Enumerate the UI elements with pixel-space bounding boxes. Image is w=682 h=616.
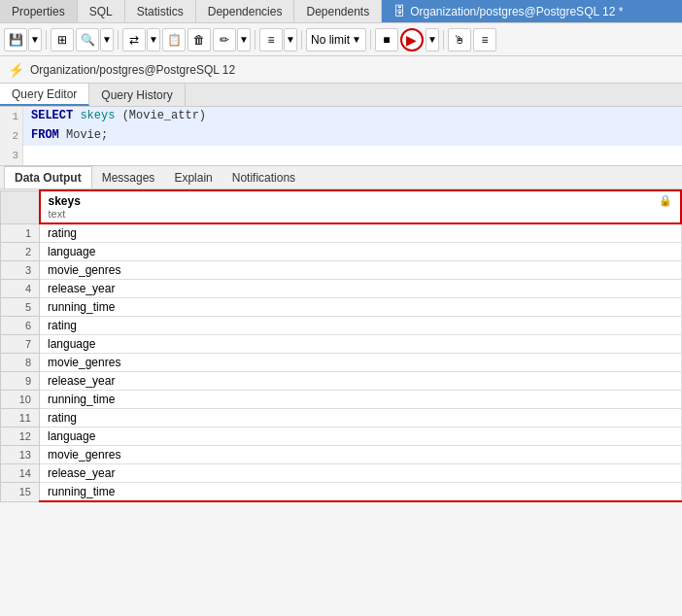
stop-button[interactable]: ■ bbox=[375, 28, 398, 51]
top-tab-bar: Properties SQL Statistics Dependencies D… bbox=[0, 0, 682, 23]
toolbar-edit-group: ✏ ▼ bbox=[213, 28, 251, 51]
tab-query-editor[interactable]: Query Editor bbox=[0, 84, 89, 106]
col-type: text bbox=[49, 208, 81, 220]
row-number: 2 bbox=[1, 243, 40, 261]
copy-button[interactable]: 📋 bbox=[162, 28, 186, 51]
filter-button[interactable]: ≡ bbox=[259, 28, 283, 51]
sep1 bbox=[46, 30, 47, 50]
row-value: movie_genres bbox=[40, 261, 682, 280]
run-more-button[interactable]: ▼ bbox=[426, 28, 439, 51]
row-value: rating bbox=[40, 223, 682, 243]
search-dropdown[interactable]: ▼ bbox=[100, 28, 114, 51]
sql-line-2: 2 FROM Movie; bbox=[0, 126, 682, 146]
table-row: 1rating bbox=[1, 223, 682, 243]
active-db-label: Organization/postgres@PostgreSQL 12 * bbox=[410, 5, 623, 18]
sql-editor[interactable]: 1 SELECT skeys (Movie_attr) 2 FROM Movie… bbox=[0, 107, 682, 166]
sql-code-3 bbox=[23, 146, 46, 163]
table-row: 2language bbox=[1, 243, 682, 261]
save-button[interactable]: 💾 bbox=[4, 28, 27, 51]
line-num-2: 2 bbox=[0, 126, 23, 146]
filter-dropdown[interactable]: ▼ bbox=[284, 28, 297, 51]
tab-dependents[interactable]: Dependents bbox=[294, 0, 382, 22]
macro-button[interactable]: 🖱 bbox=[448, 28, 471, 51]
line-num-3: 3 bbox=[0, 146, 23, 165]
toolbar-save-group: 💾 ▼ bbox=[4, 28, 42, 51]
table-row: 3movie_genres bbox=[1, 261, 682, 280]
limit-arrow: ▼ bbox=[352, 34, 361, 45]
sep6 bbox=[443, 30, 444, 50]
row-value: running_time bbox=[40, 483, 682, 502]
row-value: running_time bbox=[40, 391, 682, 409]
tab-data-output[interactable]: Data Output bbox=[4, 166, 92, 188]
row-value: language bbox=[40, 243, 682, 261]
row-value: language bbox=[40, 428, 682, 446]
limit-label: No limit bbox=[311, 33, 350, 47]
tab-messages[interactable]: Messages bbox=[92, 166, 165, 188]
run-button[interactable]: ▶ bbox=[400, 28, 424, 51]
edit-dropdown[interactable]: ▼ bbox=[237, 28, 251, 51]
row-value: movie_genres bbox=[40, 446, 682, 464]
tab-properties[interactable]: Properties bbox=[0, 0, 78, 22]
row-value: rating bbox=[40, 317, 682, 335]
row-value: release_year bbox=[40, 280, 682, 298]
table-row: 8movie_genres bbox=[1, 354, 682, 372]
table-row: 4release_year bbox=[1, 280, 682, 298]
line-num-1: 1 bbox=[0, 107, 23, 126]
edit-button[interactable]: ✏ bbox=[213, 28, 236, 51]
sep3 bbox=[255, 30, 256, 50]
sql-code-2: FROM Movie; bbox=[23, 126, 116, 144]
transfer-button[interactable]: ⇄ bbox=[122, 28, 146, 51]
row-number: 7 bbox=[1, 335, 40, 354]
tab-query-history[interactable]: Query History bbox=[89, 84, 185, 106]
table-row: 7language bbox=[1, 335, 682, 354]
row-number: 4 bbox=[1, 280, 40, 298]
table-row: 14release_year bbox=[1, 464, 682, 483]
row-value: release_year bbox=[40, 464, 682, 483]
query-tab-bar: Query Editor Query History bbox=[0, 84, 682, 107]
transfer-dropdown[interactable]: ▼ bbox=[147, 28, 160, 51]
toolbar-transfer-group: ⇄ ▼ bbox=[122, 28, 160, 51]
row-number: 15 bbox=[1, 483, 40, 502]
table-row: 15running_time bbox=[1, 483, 682, 502]
search-button[interactable]: 🔍 bbox=[76, 28, 99, 51]
row-value: language bbox=[40, 335, 682, 354]
sep5 bbox=[370, 30, 371, 50]
result-tab-bar: Data Output Messages Explain Notificatio… bbox=[0, 166, 682, 189]
col-name: skeys bbox=[49, 194, 81, 208]
tab-dependencies[interactable]: Dependencies bbox=[196, 0, 295, 22]
tab-explain[interactable]: Explain bbox=[164, 166, 222, 188]
row-number: 14 bbox=[1, 464, 40, 483]
table-row: 5running_time bbox=[1, 298, 682, 317]
row-number: 12 bbox=[1, 428, 40, 446]
lock-icon: 🔒 bbox=[659, 194, 672, 207]
row-value: rating bbox=[40, 409, 682, 428]
data-output-panel[interactable]: skeys text 🔒 1rating2language3movie_genr… bbox=[0, 189, 682, 616]
toolbar-filter-group: ≡ ▼ bbox=[259, 28, 297, 51]
delete-button[interactable]: 🗑 bbox=[188, 28, 211, 51]
sep2 bbox=[118, 30, 119, 50]
table-row: 11rating bbox=[1, 409, 682, 428]
row-number: 10 bbox=[1, 391, 40, 409]
row-value: movie_genres bbox=[40, 354, 682, 372]
save-dropdown[interactable]: ▼ bbox=[28, 28, 42, 51]
db-icon: 🗄 bbox=[393, 4, 406, 18]
row-number: 8 bbox=[1, 354, 40, 372]
row-number: 1 bbox=[1, 223, 40, 243]
result-table: skeys text 🔒 1rating2language3movie_genr… bbox=[0, 189, 682, 502]
tab-statistics[interactable]: Statistics bbox=[125, 0, 196, 22]
tab-sql[interactable]: SQL bbox=[78, 0, 125, 22]
tab-notifications[interactable]: Notifications bbox=[222, 166, 305, 188]
grid-button[interactable]: ⊞ bbox=[51, 28, 74, 51]
sep4 bbox=[301, 30, 302, 50]
row-number: 13 bbox=[1, 446, 40, 464]
row-number: 11 bbox=[1, 409, 40, 428]
sql-line-3: 3 bbox=[0, 146, 682, 165]
tab-active-db[interactable]: 🗄 Organization/postgres@PostgreSQL 12 * bbox=[382, 0, 682, 22]
menu-button[interactable]: ≡ bbox=[473, 28, 496, 51]
toolbar-search-group: 🔍 ▼ bbox=[76, 28, 114, 51]
connection-icon: ⚡ bbox=[8, 62, 24, 78]
limit-dropdown[interactable]: No limit ▼ bbox=[306, 28, 366, 51]
sql-code-1: SELECT skeys (Movie_attr) bbox=[23, 107, 214, 124]
row-number: 5 bbox=[1, 298, 40, 317]
table-row: 6rating bbox=[1, 317, 682, 335]
